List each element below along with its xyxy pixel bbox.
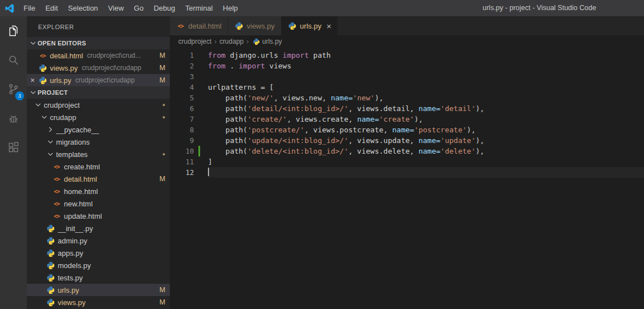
tree-item-home-html[interactable]: <>home.html — [27, 185, 170, 197]
project-section-header[interactable]: PROJECT — [27, 86, 170, 99]
tree-item-new-html[interactable]: <>new.html — [27, 197, 170, 210]
html-file-icon: <> — [54, 213, 59, 219]
close-icon[interactable]: × — [27, 74, 38, 86]
breadcrumb-urls-py[interactable]: urls.py — [252, 37, 282, 46]
code-line-content: ] — [208, 156, 644, 167]
activity-search[interactable] — [0, 45, 27, 75]
git-modified-badge: M — [156, 76, 165, 84]
file-name: create.html — [64, 163, 100, 171]
folder-name: templates — [56, 150, 87, 159]
project-section-label: PROJECT — [38, 89, 68, 96]
code-line-10[interactable]: 10 path('delete/<int:blog_id>/', views.d… — [170, 146, 644, 156]
tree-item-tests-py[interactable]: tests.py — [27, 271, 170, 284]
breadcrumb: crudproject›crudapp›urls.py — [170, 35, 644, 48]
code-line-content: from . import views — [208, 61, 644, 71]
menu-help[interactable]: Help — [218, 0, 243, 16]
menu-go[interactable]: Go — [129, 0, 149, 16]
open-editor-detail-html[interactable]: <>detail.htmlcrudproject\crud...M — [27, 49, 170, 62]
tree-item-crudproject[interactable]: crudproject● — [27, 99, 170, 111]
git-added-gutter-marker — [198, 146, 200, 156]
menu-debug[interactable]: Debug — [149, 0, 180, 16]
chevron-down-icon — [40, 113, 49, 122]
code-line-12[interactable]: 12 — [170, 167, 644, 178]
git-modified-badge: M — [156, 52, 165, 59]
python-file-icon — [39, 76, 47, 85]
git-modified-badge: M — [156, 64, 165, 72]
file-path: crudproject\crudapp — [82, 64, 141, 72]
sidebar-title: EXPLORER — [27, 16, 170, 37]
code-line-content: path('delete/<int:blog_id>/', views.dele… — [208, 146, 644, 156]
menu-selection[interactable]: Selection — [63, 0, 103, 16]
line-number: 5 — [170, 93, 194, 103]
file-name: urls.py — [50, 76, 71, 85]
tab-detail-html[interactable]: <>detail.html — [170, 16, 228, 35]
tab-views-py[interactable]: views.py — [228, 16, 281, 35]
file-name: views.py — [58, 298, 86, 307]
tab-bar: <>detail.htmlviews.pyurls.py× — [170, 16, 644, 35]
code-line-2[interactable]: 2from . import views — [170, 61, 644, 71]
line-number: 8 — [170, 124, 194, 135]
file-name: __init__.py — [58, 224, 93, 233]
code-area[interactable]: 1from django.urls import path2from . imp… — [170, 48, 644, 178]
tree-item-update-html[interactable]: <>update.html — [27, 210, 170, 222]
tree-item-apps-py[interactable]: apps.py — [27, 247, 170, 259]
chevron-down-icon — [29, 39, 38, 48]
tree-item-views-py[interactable]: views.pyM — [27, 296, 170, 308]
tree-item-create-html[interactable]: <>create.html — [27, 160, 170, 173]
breadcrumb-crudapp[interactable]: crudapp — [219, 38, 243, 45]
chevron-down-icon — [29, 88, 38, 97]
open-editors-header[interactable]: OPEN EDITORS — [27, 37, 170, 49]
menu-view[interactable]: View — [103, 0, 129, 16]
python-file-icon — [47, 261, 55, 270]
menu-terminal[interactable]: Terminal — [180, 0, 217, 16]
open-editor-urls-py[interactable]: ×urls.pycrudproject\crudappM — [27, 74, 170, 86]
tree-item-models-py[interactable]: models.py — [27, 259, 170, 271]
code-line-1[interactable]: 1from django.urls import path — [170, 50, 644, 61]
git-modified-badge: M — [156, 175, 165, 183]
text-cursor — [208, 168, 209, 176]
open-editors-list: <>detail.htmlcrudproject\crud...Mviews.p… — [27, 49, 170, 86]
vscode-window: FileEditSelectionViewGoDebugTerminalHelp… — [0, 0, 644, 309]
code-line-content: path('detail/<int:blog_id>/', views.deta… — [208, 103, 644, 114]
breadcrumb-separator: › — [244, 38, 252, 45]
tree-item-urls-py[interactable]: urls.pyM — [27, 284, 170, 296]
tree-item-init-py[interactable]: __init__.py — [27, 222, 170, 234]
html-file-icon: <> — [54, 201, 59, 207]
python-file-icon — [47, 237, 55, 245]
tree-item-templates[interactable]: templates● — [27, 148, 170, 160]
menu-file[interactable]: File — [18, 0, 40, 16]
activity-explorer[interactable] — [0, 16, 27, 45]
code-line-6[interactable]: 6 path('detail/<int:blog_id>/', views.de… — [170, 103, 644, 114]
python-file-icon — [235, 22, 243, 30]
code-line-content — [208, 167, 644, 178]
chevron-right-icon — [46, 125, 55, 134]
modified-dot-badge: ● — [159, 114, 165, 120]
breadcrumb-separator: › — [211, 38, 219, 45]
close-icon[interactable]: × — [326, 22, 331, 30]
tree-item-pycache[interactable]: __pycache__ — [27, 123, 170, 136]
line-number: 11 — [170, 156, 194, 167]
activity-extensions[interactable] — [0, 133, 27, 162]
tree-item-migrations[interactable]: migrations — [27, 136, 170, 148]
tree-item-crudapp[interactable]: crudapp● — [27, 111, 170, 123]
code-line-9[interactable]: 9 path('update/<int:blog_id>/', views.up… — [170, 135, 644, 146]
python-file-icon — [47, 249, 55, 257]
code-line-8[interactable]: 8 path('postcreate/', views.postcreate, … — [170, 124, 644, 135]
code-line-7[interactable]: 7 path('create/', views.create, name='cr… — [170, 114, 644, 124]
code-line-4[interactable]: 4urlpatterns = [ — [170, 82, 644, 93]
code-line-3[interactable]: 3 — [170, 71, 644, 82]
code-line-11[interactable]: 11] — [170, 156, 644, 167]
tab-urls-py[interactable]: urls.py× — [281, 16, 338, 35]
line-number: 2 — [170, 61, 194, 71]
tree-item-admin-py[interactable]: admin.py — [27, 234, 170, 247]
code-line-content: path('postcreate/', views.postcreate, na… — [208, 124, 644, 135]
code-line-5[interactable]: 5 path('new/', views.new, name='new'), — [170, 93, 644, 103]
title-bar: FileEditSelectionViewGoDebugTerminalHelp… — [0, 0, 644, 16]
menu-edit[interactable]: Edit — [40, 0, 63, 16]
activity-debug[interactable] — [0, 104, 27, 133]
activity-source-control[interactable]: 3 — [0, 75, 27, 104]
tree-item-detail-html[interactable]: <>detail.htmlM — [27, 173, 170, 185]
open-editor-views-py[interactable]: views.pycrudproject\crudappM — [27, 62, 170, 74]
html-file-icon: <> — [54, 188, 59, 195]
breadcrumb-crudproject[interactable]: crudproject — [178, 38, 211, 45]
